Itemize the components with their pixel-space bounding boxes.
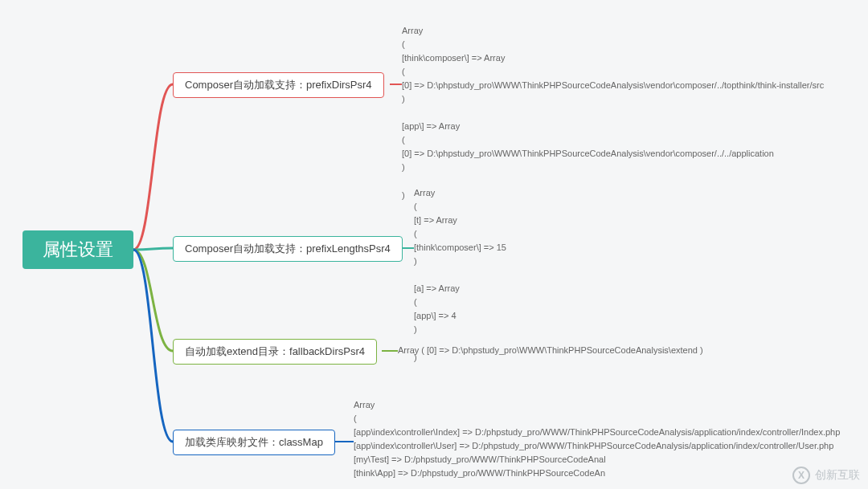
root-node[interactable]: 属性设置 — [23, 230, 133, 269]
watermark-logo-icon: X — [792, 467, 810, 484]
mindmap-canvas: 属性设置 Composer自动加载支持：prefixDirsPsr4 Array… — [0, 0, 868, 489]
root-label: 属性设置 — [43, 238, 113, 262]
node-label: Composer自动加载支持：prefixDirsPsr4 — [185, 79, 372, 91]
node-label: 自动加载extend目录：fallbackDirsPsr4 — [185, 345, 365, 357]
node-label: Composer自动加载支持：prefixLengthsPsr4 — [185, 242, 391, 255]
node-label: 加载类库映射文件：classMap — [185, 436, 323, 448]
node-classmap[interactable]: 加载类库映射文件：classMap — [173, 430, 335, 455]
node-prefixdirspsr4[interactable]: Composer自动加载支持：prefixDirsPsr4 — [173, 72, 384, 98]
node-prefixlengthspsr4[interactable]: Composer自动加载支持：prefixLengthsPsr4 — [173, 236, 403, 262]
watermark: X 创新互联 — [792, 467, 860, 484]
detail-classmap: Array ( [app\index\controller\Index] => … — [354, 398, 840, 480]
detail-prefixdirspsr4: Array ( [think\composer\] => Array ( [0]… — [402, 24, 824, 202]
node-fallbackdirspsr4[interactable]: 自动加载extend目录：fallbackDirsPsr4 — [173, 339, 377, 365]
detail-fallbackdirspsr4: Array ( [0] => D:\phpstudy_pro\WWW\Think… — [398, 344, 703, 357]
detail-prefixlengthspsr4: Array ( [t] => Array ( [think\composer\]… — [414, 186, 506, 365]
watermark-text: 创新互联 — [815, 468, 860, 483]
